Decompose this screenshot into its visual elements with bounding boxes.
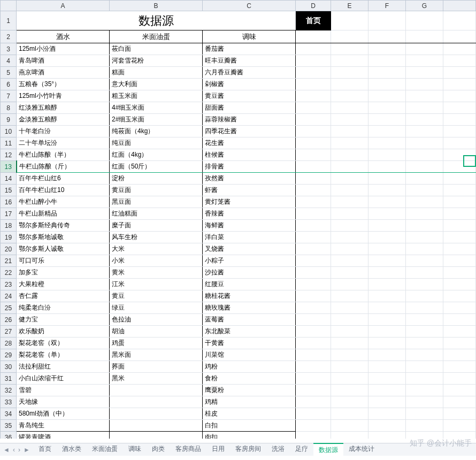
cell-C[interactable]: 糖桂花酱	[203, 290, 296, 302]
cell-B[interactable]: 糜子面	[110, 220, 203, 232]
cell-B[interactable]: 黄米	[110, 267, 203, 279]
cell-A[interactable]: 罐装青啤酒	[17, 432, 110, 439]
cell-B[interactable]: 红油糕面	[110, 208, 203, 220]
cell-A[interactable]: 大果粒橙	[17, 279, 110, 290]
cell-A[interactable]: 牛栏山新精品	[17, 208, 110, 220]
row-header[interactable]: 21	[1, 255, 17, 267]
table-row[interactable]: 23大果粒橙江米红腰豆	[1, 279, 476, 290]
row-header[interactable]: 19	[1, 232, 17, 243]
table-row[interactable]: 12牛栏山陈酿（半）红面（4kg）柱候酱	[1, 149, 476, 161]
table-row[interactable]: 29梨花老窖（单）黑米面川菜馆	[1, 349, 476, 361]
table-row[interactable]: 33天地缘鸡精	[1, 396, 476, 408]
col-header-G[interactable]: G	[406, 1, 443, 11]
tab-nav-buttons[interactable]: ◄ ‹ › ►	[0, 445, 33, 455]
table-row[interactable]: 16牛栏山醉小牛黑豆面黄灯笼酱	[1, 196, 476, 208]
cell-B[interactable]: 纯豆面	[110, 137, 203, 149]
cell-B[interactable]: 江米	[110, 279, 203, 290]
tab-肉类[interactable]: 肉类	[147, 443, 170, 456]
cell-A[interactable]: 可口可乐	[17, 255, 110, 267]
cell-B[interactable]: 2#细玉米面	[110, 114, 203, 126]
tab-酒水类[interactable]: 酒水类	[57, 443, 87, 456]
row-header-2[interactable]: 2	[1, 30, 17, 43]
cell-C[interactable]: 肉扣	[203, 432, 296, 439]
table-row[interactable]: 34580ml劲酒（中）桂皮	[1, 408, 476, 420]
tab-nav-prev-icon[interactable]: ‹	[12, 445, 16, 455]
tab-足疗[interactable]: 足疗	[290, 443, 313, 456]
row-header[interactable]: 32	[1, 385, 17, 396]
row-header[interactable]: 17	[1, 208, 17, 220]
cell-B[interactable]: 纯莜面（4kg）	[110, 126, 203, 137]
cell-A[interactable]: 五粮春（35°）	[17, 79, 110, 90]
row-header[interactable]: 12	[1, 149, 17, 161]
row-header[interactable]: 23	[1, 279, 17, 290]
cell-B[interactable]: 荞面	[110, 361, 203, 373]
cell-A[interactable]: 二十年单坛汾	[17, 137, 110, 149]
cell-C[interactable]: 糖玫瑰酱	[203, 302, 296, 314]
cell-B[interactable]	[110, 420, 203, 432]
cell-C[interactable]: 白扣	[203, 420, 296, 432]
table-row[interactable]: 19鄂尔多斯地诚敬风车生粉洋白菜	[1, 232, 476, 243]
row-header[interactable]: 33	[1, 396, 17, 408]
row-header[interactable]: 26	[1, 314, 17, 326]
cell-B[interactable]	[110, 408, 203, 420]
cell-C[interactable]: 红腰豆	[203, 279, 296, 290]
cell-C[interactable]: 海鲜酱	[203, 220, 296, 232]
cell-A[interactable]: 十年老白汾	[17, 126, 110, 137]
table-row[interactable]: 18鄂尔多斯经典传奇糜子面海鲜酱	[1, 220, 476, 232]
cell-B[interactable]: 淀粉	[110, 173, 203, 185]
row-2[interactable]: 2 酒水 米面油蛋 调味	[1, 30, 476, 43]
spreadsheet-grid[interactable]: A B C D E F G 1 数据源 首页 2 酒水 米面油蛋 调味 3125…	[0, 0, 476, 439]
cell-C[interactable]: 食粉	[203, 373, 296, 385]
header-A[interactable]: 酒水	[17, 30, 110, 43]
row-header[interactable]: 27	[1, 326, 17, 338]
cell-B[interactable]: 色拉油	[110, 314, 203, 326]
cell-B[interactable]: 大米	[110, 243, 203, 255]
cell-C[interactable]: 番茄酱	[203, 43, 296, 55]
row-header[interactable]: 14	[1, 173, 17, 185]
table-row[interactable]: 36罐装青啤酒肉扣	[1, 432, 476, 439]
cell-A[interactable]: 红淡雅五粮醇	[17, 102, 110, 114]
tab-nav-first-icon[interactable]: ◄	[2, 445, 11, 455]
row-header[interactable]: 31	[1, 373, 17, 385]
tab-数据源[interactable]: 数据源	[313, 443, 343, 456]
home-button[interactable]: 首页	[296, 11, 331, 30]
cell-C[interactable]: 鹰粟粉	[203, 385, 296, 396]
cell-A[interactable]: 燕京啤酒	[17, 67, 110, 79]
cell-C[interactable]: 叉烧酱	[203, 243, 296, 255]
cell-A[interactable]: 青岛啤酒	[17, 55, 110, 67]
row-header[interactable]: 6	[1, 79, 17, 90]
cell-A[interactable]: 百年牛栏山红6	[17, 173, 110, 185]
cell-A[interactable]: 加多宝	[17, 267, 110, 279]
cell-C[interactable]: 蒜蓉辣椒酱	[203, 114, 296, 126]
cell-C[interactable]: 甜面酱	[203, 102, 296, 114]
column-header-row[interactable]: A B C D E F G	[1, 1, 476, 11]
cell-A[interactable]: 法拉利甜红	[17, 361, 110, 373]
cell-C[interactable]: 川菜馆	[203, 349, 296, 361]
cell-A[interactable]: 梨花老窖（单）	[17, 349, 110, 361]
tab-成本统计[interactable]: 成本统计	[343, 443, 380, 456]
table-row[interactable]: 6五粮春（35°）意大利面剁椒酱	[1, 79, 476, 90]
cell-B[interactable]: 糕面	[110, 67, 203, 79]
cell-C[interactable]: 四季花生酱	[203, 126, 296, 137]
cell-A[interactable]: 健力宝	[17, 314, 110, 326]
cell-B[interactable]: 4#细玉米面	[110, 102, 203, 114]
title-cell[interactable]: 数据源	[17, 11, 296, 30]
cell-A[interactable]: 125ml小汾酒	[17, 43, 110, 55]
col-header-F[interactable]: F	[368, 1, 406, 11]
table-row[interactable]: 3125ml小汾酒莜白面番茄酱	[1, 43, 476, 55]
cell-A[interactable]: 金淡雅五粮醇	[17, 114, 110, 126]
tab-nav-last-icon[interactable]: ►	[22, 445, 31, 455]
header-B[interactable]: 米面油蛋	[110, 30, 203, 43]
cell-C[interactable]: 柱候酱	[203, 149, 296, 161]
table-row[interactable]: 28梨花老窖（双）鸡蛋干黄酱	[1, 338, 476, 349]
table-row[interactable]: 4青岛啤酒河套雪花粉旺丰豆瓣酱	[1, 55, 476, 67]
table-row[interactable]: 14百年牛栏山红6淀粉孜然酱	[1, 173, 476, 185]
cell-B[interactable]: 胡油	[110, 326, 203, 338]
cell-A[interactable]: 牛栏山醉小牛	[17, 196, 110, 208]
cell-C[interactable]: 洋白菜	[203, 232, 296, 243]
table-row[interactable]: 13牛栏山陈酿（斤）红面（50斤）排骨酱	[1, 161, 476, 173]
row-header[interactable]: 4	[1, 55, 17, 67]
row-header[interactable]: 36	[1, 432, 17, 439]
cell-B[interactable]: 黑米面	[110, 349, 203, 361]
cell-C[interactable]: 鸡粉	[203, 361, 296, 373]
